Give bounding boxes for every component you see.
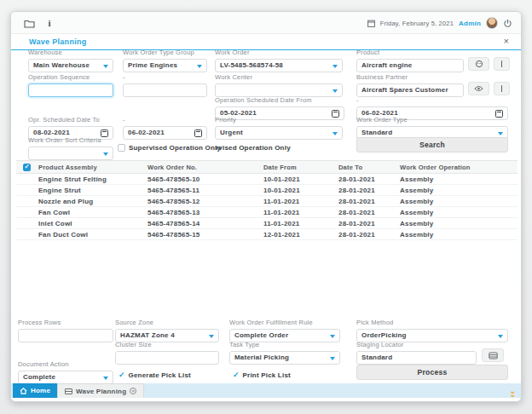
folder-icon[interactable] xyxy=(21,16,37,30)
col-work-order-no[interactable]: Work Order No. xyxy=(147,164,263,171)
chevron-down-icon xyxy=(103,377,108,380)
warehouse-select[interactable]: Main Warehouse xyxy=(28,59,113,72)
table-row[interactable]: Fan Duct Cowl5465-478565-1512-01-202128-… xyxy=(16,229,518,240)
window-icon xyxy=(65,388,72,394)
locator-icon xyxy=(489,352,498,359)
home-icon xyxy=(20,388,27,394)
col-product-assembly[interactable]: Product Assembly xyxy=(37,164,147,171)
chevron-down-icon xyxy=(330,357,335,360)
chevron-down-icon xyxy=(330,335,335,338)
operation-sequence-to-label: - xyxy=(123,73,207,81)
work-order-fulfillment-rule-label: Work Order Fulfillment Rule xyxy=(229,319,340,326)
task-type-select[interactable]: Material Picking xyxy=(229,351,340,365)
chevron-down-icon xyxy=(103,65,108,68)
work-order-label: Work Order xyxy=(215,49,343,56)
business-partner-input[interactable]: Aircraft Spares Customer xyxy=(356,83,464,97)
operation-scheduled-date-from-to-label: - xyxy=(356,96,508,104)
staging-locator-input[interactable]: Standard xyxy=(356,351,477,365)
work-order-type-group-select[interactable]: Prime Engines xyxy=(123,59,207,72)
chevron-down-icon xyxy=(103,152,108,156)
work-order-sort-criteria-label: Work Order Sort Criteria xyxy=(28,136,113,144)
supervised-operation-only-clipped-label: rvised Operation Only xyxy=(216,144,291,152)
col-date-to[interactable]: Date To xyxy=(338,164,400,171)
page-title: Wave Planning xyxy=(29,37,87,46)
priority-label: Priority xyxy=(215,116,343,124)
table-row[interactable]: Engine Strut Felting5465-478565-1010-01-… xyxy=(16,174,518,185)
business-partner-preview-button[interactable] xyxy=(468,82,489,95)
tab-close-icon[interactable]: × xyxy=(130,388,136,394)
table-header-row: Product Assembly Work Order No. Date Fro… xyxy=(16,160,518,174)
close-icon[interactable]: × xyxy=(504,36,509,46)
print-pick-list-checkbox[interactable]: ✓ xyxy=(233,371,240,379)
table-row[interactable]: Nozzle and Plug5465-478565-1211-01-20212… xyxy=(16,196,518,207)
cluster-size-input[interactable] xyxy=(115,351,219,365)
table-row[interactable]: Inlet Cowl5465-478565-1411-01-202128-01-… xyxy=(16,218,518,229)
source-zone-label: Source Zone xyxy=(115,319,219,326)
tab-home[interactable]: Home xyxy=(13,383,57,398)
current-date: Friday, February 5, 2021 xyxy=(380,20,454,27)
staging-locator-label: Staging Locator xyxy=(356,341,477,348)
chevron-down-icon xyxy=(332,65,338,68)
operation-sequence-label: Operation Sequence xyxy=(28,73,113,81)
chevron-down-icon xyxy=(197,65,202,68)
user-menu[interactable]: Admin xyxy=(459,20,481,27)
calendar-icon[interactable] xyxy=(194,129,202,138)
document-action-label: Document Action xyxy=(18,360,113,368)
app-window: i Friday, February 5, 2021 Admin Wave Pl… xyxy=(10,11,522,402)
table-row[interactable]: Engine Strut5465-478565-1110-01-202128-0… xyxy=(16,185,518,196)
product-lookup-button[interactable] xyxy=(468,57,489,71)
staging-locator-lookup-button[interactable] xyxy=(482,348,504,362)
chevron-down-icon xyxy=(332,89,338,93)
opr-scheduled-date-to-end-label: - xyxy=(123,116,207,124)
cluster-size-label: Cluster Size xyxy=(115,341,219,348)
product-input[interactable]: Aircraft engine xyxy=(356,59,464,72)
work-center-select[interactable] xyxy=(215,83,343,97)
business-partner-label: Business Partner xyxy=(356,73,464,81)
info-icon[interactable]: i xyxy=(42,16,57,30)
process-rows-label: Process Rows xyxy=(18,319,113,326)
business-partner-more-button[interactable] xyxy=(494,82,510,95)
top-toolbar: i Friday, February 5, 2021 Admin xyxy=(11,12,521,34)
work-order-type-label: Work Order Type xyxy=(356,116,508,124)
supervised-operation-only-checkbox[interactable] xyxy=(118,144,125,152)
generate-pick-list-checkbox[interactable]: ✓ xyxy=(119,371,125,379)
product-more-button[interactable] xyxy=(494,57,510,71)
desktop-background: i Friday, February 5, 2021 Admin Wave Pl… xyxy=(0,0,532,414)
work-order-type-group-label: Work Order Type Group xyxy=(123,49,207,56)
process-rows-input[interactable] xyxy=(18,329,113,342)
work-center-label: Work Center xyxy=(215,73,343,81)
chevron-down-icon xyxy=(498,132,503,135)
work-order-table: Product Assembly Work Order No. Date Fro… xyxy=(16,160,518,240)
warehouse-label: Warehouse xyxy=(28,49,113,56)
pick-method-label: Pick Method xyxy=(356,319,508,326)
task-type-label: Task Type xyxy=(229,341,340,348)
operation-sequence-input[interactable] xyxy=(28,83,113,97)
priority-select[interactable]: Urgent xyxy=(215,126,343,140)
operation-sequence-to-input[interactable] xyxy=(123,83,207,97)
power-icon[interactable] xyxy=(503,19,512,28)
chevron-down-icon xyxy=(332,132,338,135)
operation-scheduled-date-from-label: Operation Scheduled Date From xyxy=(215,96,344,104)
chevron-down-icon xyxy=(498,335,503,338)
calendar-icon xyxy=(367,20,375,27)
more-icon xyxy=(501,85,503,92)
document-action-select[interactable]: Complete xyxy=(18,371,113,384)
col-work-order-operation[interactable]: Work Order Operation xyxy=(400,164,518,171)
product-lookup-icon xyxy=(475,60,483,68)
work-order-sort-criteria-select[interactable] xyxy=(28,147,113,160)
work-order-select[interactable]: LV-5485-568574-58 xyxy=(215,59,343,72)
avatar[interactable] xyxy=(486,17,498,29)
window-tab-strip: Home Wave Planning × xyxy=(11,383,521,398)
opr-scheduled-date-to-end-input[interactable]: 06-02-2021 xyxy=(123,126,207,140)
supervised-operation-only-label: Supervised Operation Only xyxy=(129,144,221,152)
col-date-from[interactable]: Date From xyxy=(263,164,338,171)
search-button[interactable]: Search xyxy=(356,137,508,152)
table-row[interactable]: Fan Cowl5465-478565-1311-01-202128-01-20… xyxy=(16,207,518,218)
generate-pick-list-label: Generate Pick List xyxy=(129,371,191,379)
tab-wave-planning[interactable]: Wave Planning × xyxy=(57,383,144,398)
select-all-checkbox[interactable] xyxy=(23,164,31,171)
process-button[interactable]: Process xyxy=(356,365,508,380)
eye-icon xyxy=(474,85,483,92)
print-pick-list-label: Print Pick List xyxy=(243,371,291,379)
dock-expand-icon[interactable]: ⌄⌄ xyxy=(509,389,516,396)
